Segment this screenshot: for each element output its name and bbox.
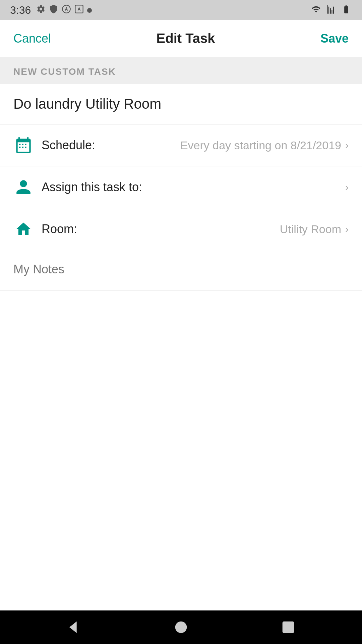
house-icon bbox=[13, 219, 34, 239]
schedule-value-container: Every day starting on 8/21/2019 › bbox=[180, 139, 349, 152]
svg-point-0 bbox=[63, 5, 70, 13]
schedule-label: Schedule: bbox=[42, 138, 95, 152]
task-name-container bbox=[0, 84, 362, 124]
schedule-row[interactable]: Schedule: Every day starting on 8/21/201… bbox=[0, 124, 362, 166]
home-button[interactable] bbox=[172, 619, 190, 636]
task-name-input[interactable] bbox=[13, 96, 349, 112]
assign-label: Assign this task to: bbox=[42, 180, 142, 194]
status-time: 3:36 bbox=[10, 4, 31, 16]
wifi-icon bbox=[310, 5, 322, 15]
person-icon bbox=[13, 177, 34, 197]
shield-icon bbox=[49, 4, 58, 16]
a-square-icon bbox=[74, 4, 84, 16]
svg-point-2 bbox=[87, 8, 92, 13]
svg-marker-3 bbox=[69, 622, 77, 633]
page-title: Edit Task bbox=[157, 31, 215, 46]
room-chevron-icon: › bbox=[345, 223, 349, 235]
status-bar: 3:36 bbox=[0, 0, 362, 20]
back-button[interactable] bbox=[65, 619, 82, 636]
gear-icon bbox=[36, 4, 46, 16]
notes-input[interactable] bbox=[13, 262, 349, 276]
recent-apps-button[interactable] bbox=[280, 619, 297, 636]
dot-icon bbox=[87, 5, 92, 15]
assign-value-container: › bbox=[345, 181, 349, 193]
svg-point-4 bbox=[175, 622, 187, 633]
status-right bbox=[310, 5, 352, 15]
battery-icon bbox=[341, 5, 352, 15]
a-circle-icon bbox=[62, 4, 71, 16]
notes-container bbox=[0, 250, 362, 290]
status-left: 3:36 bbox=[10, 4, 92, 16]
room-label: Room: bbox=[42, 222, 77, 236]
nav-bar: Cancel Edit Task Save bbox=[0, 20, 362, 57]
cancel-button[interactable]: Cancel bbox=[13, 32, 51, 46]
schedule-value: Every day starting on 8/21/2019 bbox=[180, 139, 341, 152]
svg-rect-5 bbox=[283, 622, 294, 633]
calendar-icon bbox=[13, 135, 34, 155]
assign-row[interactable]: Assign this task to: › bbox=[0, 166, 362, 208]
signal-icon bbox=[326, 5, 336, 15]
schedule-chevron-icon: › bbox=[345, 140, 349, 151]
room-value-container: Utility Room › bbox=[280, 223, 349, 236]
section-header: NEW CUSTOM TASK bbox=[0, 57, 362, 84]
assign-chevron-icon: › bbox=[345, 181, 349, 193]
svg-rect-1 bbox=[75, 5, 83, 13]
save-button[interactable]: Save bbox=[320, 32, 349, 46]
section-header-label: NEW CUSTOM TASK bbox=[13, 66, 116, 77]
room-row[interactable]: Room: Utility Room › bbox=[0, 208, 362, 250]
room-value: Utility Room bbox=[280, 223, 341, 236]
status-icons bbox=[36, 4, 92, 16]
bottom-nav-bar bbox=[0, 610, 362, 644]
